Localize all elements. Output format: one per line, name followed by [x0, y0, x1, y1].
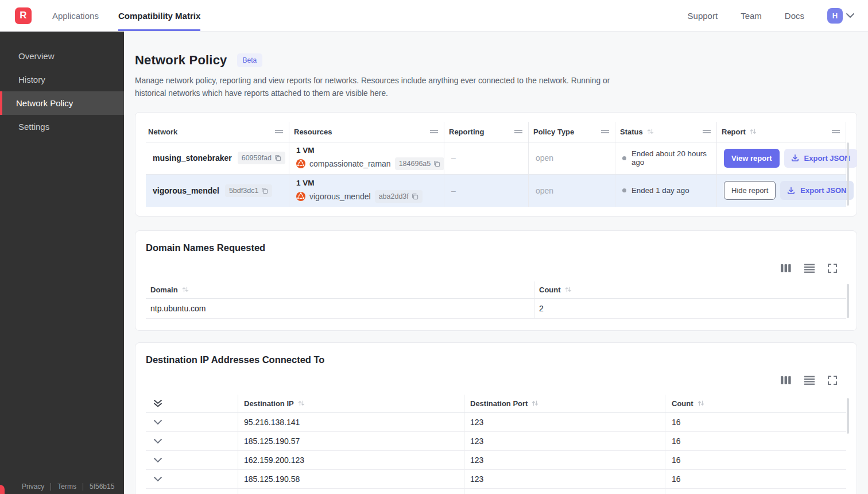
- column-resize-handle-icon[interactable]: [514, 129, 522, 134]
- sort-icon[interactable]: [532, 400, 538, 407]
- sort-icon[interactable]: [750, 128, 757, 135]
- column-label: Status: [620, 128, 643, 136]
- destination-row[interactable]: 95.216.100.21 123 16: [146, 489, 846, 494]
- destination-ip-value: 162.159.200.123: [238, 451, 464, 469]
- network-row[interactable]: musing_stonebraker 60959fad 1 VM compass…: [146, 142, 846, 175]
- table-scrollbar[interactable]: [847, 284, 849, 318]
- count-value: 16: [665, 413, 846, 431]
- nav-link-support[interactable]: Support: [688, 11, 718, 21]
- export-json-button[interactable]: Export JSON: [784, 149, 857, 168]
- fullscreen-icon[interactable]: [828, 264, 837, 273]
- network-id-badge[interactable]: 60959fad: [238, 152, 285, 164]
- sort-icon[interactable]: [647, 128, 654, 135]
- chevron-down-icon[interactable]: [846, 13, 854, 18]
- column-header-destination-ip[interactable]: Destination IP: [238, 395, 464, 412]
- columns-icon[interactable]: [781, 376, 791, 385]
- destination-port-value: 123: [464, 470, 665, 488]
- nav-link-team[interactable]: Team: [741, 11, 762, 21]
- terms-link[interactable]: Terms: [51, 483, 76, 491]
- beta-badge: Beta: [237, 53, 263, 67]
- column-label: Resources: [294, 128, 332, 136]
- sidebar-item-overview[interactable]: Overview: [0, 44, 124, 68]
- card-title: Domain Names Requested: [146, 240, 846, 253]
- sidebar-item-history[interactable]: History: [0, 68, 124, 91]
- hide-report-button[interactable]: Hide report: [724, 181, 776, 200]
- user-avatar[interactable]: H: [827, 8, 843, 24]
- sidebar-item-settings[interactable]: Settings: [0, 115, 124, 138]
- column-header-destination-port[interactable]: Destination Port: [464, 395, 665, 412]
- destination-row[interactable]: 185.125.190.57 123 16: [146, 432, 846, 451]
- vm-name: compassionate_raman: [309, 159, 391, 168]
- view-report-button[interactable]: View report: [724, 149, 780, 168]
- column-header-domain[interactable]: Domain: [146, 281, 534, 298]
- rows-icon[interactable]: [804, 376, 815, 385]
- privacy-link[interactable]: Privacy: [22, 483, 44, 491]
- export-json-label: Export JSON: [804, 154, 850, 163]
- column-header-report[interactable]: Report: [717, 122, 846, 142]
- sort-icon[interactable]: [565, 286, 572, 293]
- network-id-badge[interactable]: 5bdf3dc1: [225, 184, 272, 197]
- rows-icon[interactable]: [804, 264, 815, 273]
- chat-launcher[interactable]: [0, 485, 5, 494]
- column-resize-handle-icon[interactable]: [832, 129, 840, 134]
- export-json-button[interactable]: Export JSON: [780, 181, 853, 200]
- copy-icon[interactable]: [412, 193, 418, 200]
- nav-tab-applications[interactable]: Applications: [52, 0, 99, 31]
- sort-icon[interactable]: [298, 400, 305, 407]
- count-value: 2: [534, 299, 846, 318]
- vm-id-badge[interactable]: 184696a5: [395, 157, 445, 170]
- column-header-reporting[interactable]: Reporting: [444, 122, 529, 142]
- sidebar-item-network-policy[interactable]: Network Policy: [0, 91, 124, 115]
- main-content: Network Policy Beta Manage network polic…: [124, 32, 868, 494]
- download-icon: [791, 154, 799, 162]
- destination-port-value: 123: [464, 489, 665, 494]
- destination-row[interactable]: 185.125.190.58 123 16: [146, 470, 846, 489]
- app-logo[interactable]: R: [15, 7, 32, 24]
- destination-ip-value: 95.216.100.21: [238, 489, 464, 494]
- nav-tab-compatibility-matrix[interactable]: Compatibility Matrix: [118, 0, 200, 31]
- networks-table-header: Network Resources Reporting Policy Type: [146, 122, 846, 142]
- network-row[interactable]: vigorous_mendel 5bdf3dc1 1 VM vigorous_m…: [146, 175, 846, 207]
- policy-type-value: open: [529, 175, 615, 207]
- chevron-down-icon[interactable]: [154, 477, 162, 481]
- page-title: Network Policy: [135, 53, 227, 68]
- column-header-resources[interactable]: Resources: [289, 122, 444, 142]
- column-resize-handle-icon[interactable]: [275, 129, 283, 134]
- vm-id-badge[interactable]: aba2dd3f: [375, 190, 423, 203]
- chevron-down-icon[interactable]: [154, 439, 162, 443]
- primary-nav: Applications Compatibility Matrix: [52, 0, 220, 31]
- column-resize-handle-icon[interactable]: [601, 129, 609, 134]
- destination-row[interactable]: 162.159.200.123 123 16: [146, 451, 846, 470]
- double-chevron-down-icon[interactable]: [154, 400, 162, 407]
- fullscreen-icon[interactable]: [828, 376, 837, 385]
- vm-id: aba2dd3f: [379, 192, 409, 200]
- sort-icon[interactable]: [698, 400, 704, 407]
- destination-ip-value: 185.125.190.58: [238, 470, 464, 488]
- chevron-down-icon[interactable]: [154, 420, 162, 424]
- column-header-count[interactable]: Count: [665, 395, 846, 412]
- destination-row[interactable]: 95.216.138.141 123 16: [146, 413, 846, 432]
- column-header-network[interactable]: Network: [146, 122, 289, 142]
- column-resize-handle-icon[interactable]: [430, 129, 438, 134]
- chevron-down-icon[interactable]: [154, 458, 162, 462]
- column-header-count[interactable]: Count: [534, 281, 846, 298]
- copy-icon[interactable]: [261, 187, 268, 194]
- column-header-status[interactable]: Status: [615, 122, 717, 142]
- table-scrollbar[interactable]: [847, 142, 849, 206]
- columns-icon[interactable]: [781, 264, 791, 273]
- expand-all-rows-control[interactable]: [146, 395, 238, 412]
- table-scrollbar[interactable]: [847, 398, 849, 434]
- domain-row[interactable]: ntp.ubuntu.com 2: [146, 299, 846, 319]
- nav-link-docs[interactable]: Docs: [785, 11, 804, 21]
- vm-id: 184696a5: [399, 160, 431, 168]
- network-id: 60959fad: [242, 154, 272, 162]
- count-value: 16: [665, 470, 846, 488]
- sort-icon[interactable]: [182, 286, 189, 293]
- count-value: 16: [665, 451, 846, 469]
- column-header-policy-type[interactable]: Policy Type: [529, 122, 615, 142]
- destination-ip-value: 185.125.190.57: [238, 432, 464, 450]
- copy-icon[interactable]: [433, 160, 440, 167]
- column-resize-handle-icon[interactable]: [703, 129, 711, 134]
- network-name: vigorous_mendel: [153, 186, 219, 195]
- copy-icon[interactable]: [274, 155, 281, 161]
